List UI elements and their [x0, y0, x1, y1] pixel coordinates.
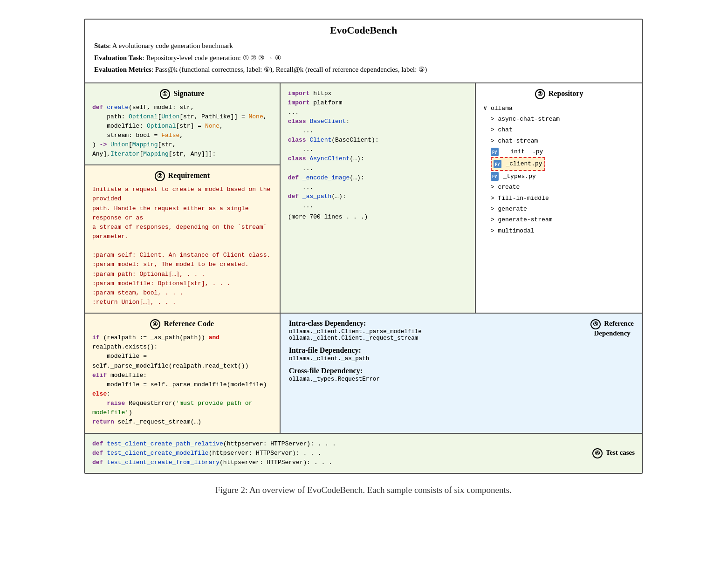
tree-root: ∨ ollama: [483, 103, 635, 114]
header: EvoCodeBench Stats: A evolutionary code …: [85, 20, 642, 83]
req-text: Initiate a request to create a model bas…: [92, 185, 272, 307]
tree-item-init: py __init__.py: [483, 146, 635, 157]
tree-item-gen-stream: > generate-stream: [483, 214, 635, 225]
ref-dep-label: ⑤ ReferenceDependency: [581, 319, 634, 337]
main-grid: ① Signature def create(self, model: str,…: [85, 83, 642, 473]
stats-text: : A evolutionary code generation benchma…: [109, 42, 233, 49]
page-wrapper: EvoCodeBench Stats: A evolutionary code …: [84, 19, 643, 495]
tree-item-chat: > chat: [483, 124, 635, 135]
stats-label: Stats: [94, 42, 109, 49]
stats-line: Stats: A evolutionary code generation be…: [94, 40, 633, 52]
sig-title: Signature: [173, 89, 204, 97]
cross-file-item-1: ollama._types.RequestError: [289, 376, 582, 383]
repo-number: ③: [535, 89, 545, 99]
context-section: import httpx import platform ... class B…: [281, 83, 476, 314]
eval-task-label: Evaluation Task: [94, 54, 143, 62]
intra-class-item-2: ollama._client.Client._request_stream: [289, 335, 582, 342]
req-number: ②: [155, 171, 165, 181]
ref-code-section: ④ Reference Code if (realpath := _as_pat…: [85, 314, 281, 432]
intra-class-title: Intra-class Dependency:: [289, 319, 582, 328]
intra-file-item-1: ollama._client._as_path: [289, 356, 582, 362]
requirement-section: ② Requirement Initiate a request to crea…: [85, 165, 281, 314]
eval-metrics-text: : Pass@k (functional correctness, label:…: [151, 66, 427, 73]
tree-item-async-chat-stream: > async-chat-stream: [483, 114, 635, 124]
dependency-section: Intra-class Dependency: ollama._client.C…: [281, 314, 642, 432]
sig-line-4: stream: bool = False,: [92, 131, 272, 140]
sig-line-3: modelfile: Optional[str] = None,: [92, 122, 272, 131]
sig-line-1: def create(self, model: str,: [92, 103, 272, 112]
test-code: def test_client_create_path_relative(htt…: [92, 439, 578, 467]
tree-item-multimodal: > multimodal: [483, 226, 635, 236]
tree-item-generate: > generate: [483, 204, 635, 214]
sig-number: ①: [160, 89, 170, 99]
intra-file-title: Intra-file Dependency:: [289, 346, 582, 355]
signature-label: ① Signature: [92, 89, 272, 99]
test-number: ⑥: [592, 448, 603, 458]
header-stats: Stats: A evolutionary code generation be…: [94, 40, 633, 76]
req-title: Requirement: [168, 171, 210, 179]
cross-file-title: Cross-file Dependency:: [289, 367, 582, 375]
tree-item-client: py _client.py: [483, 157, 635, 171]
ref-title: Reference Code: [164, 320, 214, 328]
test-section: def test_client_create_path_relative(htt…: [85, 433, 642, 473]
sig-line-5: ) -> Union[Mapping[str, Any],Iterator[Ma…: [92, 140, 272, 159]
dep-content: Intra-class Dependency: ollama._client.C…: [289, 319, 582, 383]
ref-code-label: ④ Reference Code: [92, 319, 272, 329]
main-diagram-box: EvoCodeBench Stats: A evolutionary code …: [84, 19, 643, 474]
eval-metrics-line: Evaluation Metrics: Pass@k (functional c…: [94, 64, 633, 76]
ref-dep-number: ⑤: [590, 319, 601, 329]
eval-task-text: : Repository-level code generation: ① ② …: [143, 54, 281, 62]
figure-caption: Figure 2: An overview of EvoCodeBench. E…: [215, 485, 512, 495]
eval-metrics-label: Evaluation Metrics: [94, 66, 151, 73]
intra-class-item-1: ollama._client.Client._parse_modelfile: [289, 328, 582, 335]
tree-item-create: > create: [483, 182, 635, 192]
repo-title: Repository: [549, 89, 583, 97]
eval-task-line: Evaluation Task: Repository-level code g…: [94, 52, 633, 64]
tree-item-chat-stream: > chat-stream: [483, 136, 635, 146]
signature-code: def create(self, model: str, path: Optio…: [92, 103, 272, 159]
test-cases-label: ⑥ Test cases: [578, 448, 635, 458]
repository-section: ③ Repository ∨ ollama > async-chat-strea…: [476, 83, 642, 314]
repo-label: ③ Repository: [483, 89, 635, 99]
context-code: import httpx import platform ... class B…: [288, 89, 468, 222]
signature-section: ① Signature def create(self, model: str,…: [85, 83, 281, 166]
ref-code: if (realpath := _as_path(path)) and real…: [92, 333, 272, 427]
ref-number: ④: [150, 319, 160, 329]
tree-item-types: py _types.py: [483, 171, 635, 182]
file-tree: ∨ ollama > async-chat-stream > chat > ch…: [483, 103, 635, 237]
sig-line-2: path: Optional[Union[str, PathLike]] = N…: [92, 112, 272, 122]
req-label: ② Requirement: [92, 171, 272, 181]
diagram-title: EvoCodeBench: [94, 24, 633, 36]
tree-item-fill: > fill-in-middle: [483, 193, 635, 204]
test-title: Test cases: [606, 449, 635, 456]
